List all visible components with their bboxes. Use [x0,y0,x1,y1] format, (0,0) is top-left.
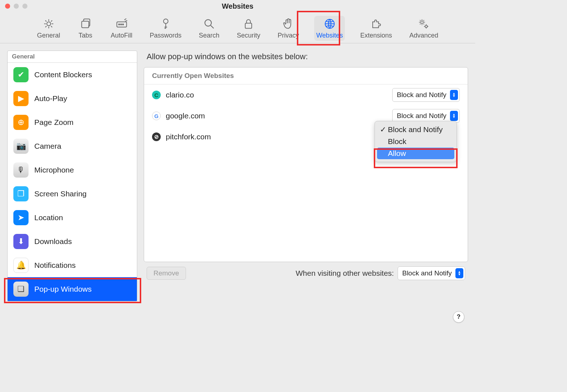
tab-security[interactable]: Security [235,16,263,41]
sidebar-item-auto-play[interactable]: ▶Auto-Play [8,87,137,110]
window-title: Websites [0,2,475,10]
menu-item-allow[interactable]: Allow [377,148,454,159]
globe-icon [322,17,338,30]
hand-icon [280,17,296,30]
sidebar-item-label: Auto-Play [34,94,67,103]
tab-label: Search [199,32,220,39]
search-icon [201,17,217,30]
popup-action-menu[interactable]: Block and NotifyBlockAllow [375,121,457,162]
chevron-updown-icon: ▲▼ [455,268,463,278]
tab-label: Advanced [409,32,438,39]
gears-icon [416,17,432,30]
sidebar-item-page-zoom[interactable]: ⊕Page Zoom [8,110,137,134]
puzzle-icon [368,17,384,30]
svg-point-10 [421,21,423,23]
key-icon [158,17,174,30]
sidebar-item-camera[interactable]: 📷Camera [8,134,137,158]
tab-label: Websites [316,32,343,39]
sidebar-item-location[interactable]: ➤Location [8,206,137,230]
tab-label: Privacy [278,32,299,39]
play-icon: ▶ [13,91,29,106]
sidebar-item-popup-windows[interactable]: ❏Pop-up Windows [8,277,137,301]
other-websites-select[interactable]: Block and Notify ▲▼ [398,266,465,280]
website-name: clario.co [166,91,194,99]
chevron-updown-icon: ▲▼ [450,111,458,121]
sidebar-item-notifications[interactable]: 🔔Notifications [8,253,137,277]
bell-icon: 🔔 [13,258,29,273]
tab-search[interactable]: Search [197,16,222,41]
arrow-icon: ➤ [13,210,29,225]
website-name: google.com [166,112,205,120]
sidebar-item-label: Location [34,213,63,222]
website-row[interactable]: Cclario.coBlock and Notify▲▼ [144,84,468,105]
download-icon: ⬇ [13,234,29,249]
main-panel: Allow pop-up windows on the websites bel… [144,51,468,301]
sidebar-item-label: Content Blockers [34,70,92,79]
sidebar-item-label: Camera [34,142,61,151]
tab-label: Security [237,32,260,39]
main-heading: Allow pop-up windows on the websites bel… [144,51,468,67]
tab-label: Tabs [79,32,92,39]
lock-icon [241,17,256,30]
tab-extensions[interactable]: Extensions [358,16,394,41]
svg-point-5 [122,24,124,25]
tab-autofill[interactable]: AutoFill [109,16,135,41]
sidebar-item-label: Downloads [34,237,72,246]
svg-point-11 [425,25,428,27]
sidebar-item-content-blockers[interactable]: ✔Content Blockers [8,63,137,87]
select-value: Block and Notify [397,112,446,120]
shield-icon: ✔ [13,67,29,82]
tab-websites[interactable]: Websites [314,16,345,41]
svg-rect-1 [82,21,89,28]
tab-label: Extensions [360,32,392,39]
svg-rect-8 [245,23,252,28]
svg-point-0 [47,22,51,26]
website-name: pitchfork.com [166,132,211,141]
zoom-icon: ⊕ [13,115,29,130]
camera-icon: 📷 [13,139,29,154]
windows-icon: ❏ [13,282,29,297]
tab-advanced[interactable]: Advanced [407,16,440,41]
sidebar-item-screen-sharing[interactable]: ❐Screen Sharing [8,182,137,206]
websites-list-panel: Currently Open Websites Cclario.coBlock … [144,67,468,262]
help-label: ? [457,313,460,321]
chevron-updown-icon: ▲▼ [450,90,458,100]
gear-icon [41,17,57,30]
mic-icon: 🎙 [13,162,29,178]
sidebar-item-microphone[interactable]: 🎙Microphone [8,158,137,182]
remove-button[interactable]: Remove [147,267,186,280]
screens-icon: ❐ [13,186,29,201]
other-websites-label: When visiting other websites: [296,269,394,278]
titlebar: Websites [0,0,475,12]
tab-passwords[interactable]: Passwords [148,16,184,41]
website-action-select[interactable]: Block and Notify▲▼ [392,88,460,102]
tab-general[interactable]: General [35,16,62,41]
select-value: Block and Notify [402,269,452,277]
help-button[interactable]: ? [453,311,464,323]
favicon: C [152,91,161,99]
sidebar-item-label: Microphone [34,166,74,174]
favicon: ⊘ [152,132,161,141]
svg-point-3 [118,24,120,25]
tab-label: Passwords [150,32,182,39]
preferences-toolbar: General Tabs AutoFill Passwords Search S… [0,12,475,43]
menu-item-block-and-notify[interactable]: Block and Notify [377,124,454,135]
sidebar-item-label: Page Zoom [34,118,74,127]
svg-point-6 [163,19,168,24]
tab-label: General [37,32,60,39]
sidebar: General ✔Content Blockers▶Auto-Play⊕Page… [7,51,137,301]
list-subheader: Currently Open Websites [144,67,468,84]
tab-privacy[interactable]: Privacy [276,16,301,41]
autofill-icon [114,17,130,30]
sidebar-item-downloads[interactable]: ⬇Downloads [8,230,137,253]
sidebar-item-label: Notifications [34,261,75,270]
tabs-icon [78,17,94,30]
svg-point-4 [120,24,121,25]
menu-item-block[interactable]: Block [377,136,454,147]
svg-point-7 [205,19,211,26]
select-value: Block and Notify [397,91,446,99]
favicon: G [152,112,161,120]
sidebar-item-label: Pop-up Windows [34,285,92,293]
tab-tabs[interactable]: Tabs [75,16,96,41]
tab-label: AutoFill [111,32,133,39]
